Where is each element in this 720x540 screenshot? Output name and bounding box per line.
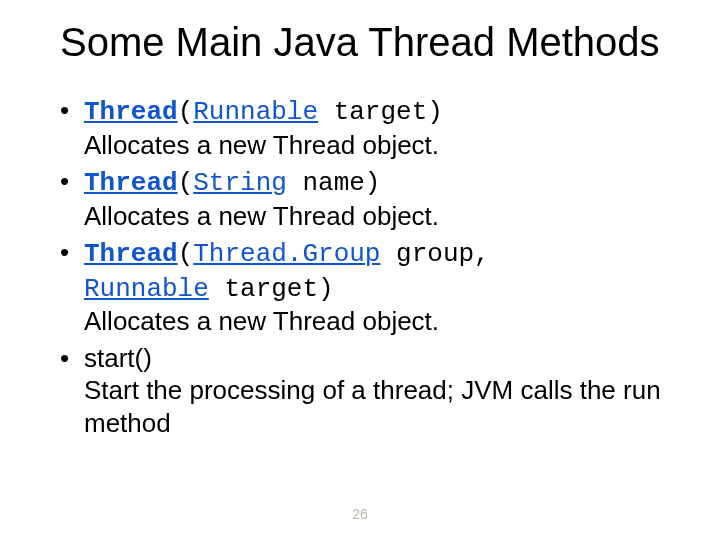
method-signature-plain: start() [84, 343, 152, 373]
param-rest: group, [380, 239, 489, 269]
method-list: Thread(Runnable target) Allocates a new … [60, 94, 680, 439]
paren: ( [178, 239, 194, 269]
param-type-link[interactable]: Runnable [193, 97, 318, 127]
list-item: Thread(Thread.Group group, Runnable targ… [60, 236, 680, 338]
method-description: Start the processing of a thread; JVM ca… [84, 374, 680, 439]
param-type-link[interactable]: Runnable [84, 274, 209, 304]
param-type-link[interactable]: Thread.Group [193, 239, 380, 269]
slide: Some Main Java Thread Methods Thread(Run… [0, 0, 720, 540]
class-link[interactable]: Thread [84, 239, 178, 269]
paren: ( [178, 168, 194, 198]
method-description: Allocates a new Thread object. [84, 200, 680, 233]
param-rest: target) [209, 274, 334, 304]
method-signature: Thread(Runnable target) [84, 97, 443, 127]
method-description: Allocates a new Thread object. [84, 129, 680, 162]
method-signature: Thread(String name) [84, 168, 380, 198]
paren: ( [178, 97, 194, 127]
class-link[interactable]: Thread [84, 97, 178, 127]
list-item: start() Start the processing of a thread… [60, 342, 680, 440]
list-item: Thread(Runnable target) Allocates a new … [60, 94, 680, 161]
slide-title: Some Main Java Thread Methods [60, 20, 680, 64]
param-type-link[interactable]: String [193, 168, 287, 198]
page-number: 26 [0, 506, 720, 522]
list-item: Thread(String name) Allocates a new Thre… [60, 165, 680, 232]
method-signature: Thread(Thread.Group group, Runnable targ… [84, 239, 490, 304]
class-link[interactable]: Thread [84, 168, 178, 198]
method-description: Allocates a new Thread object. [84, 305, 680, 338]
param-rest: target) [318, 97, 443, 127]
param-rest: name) [287, 168, 381, 198]
